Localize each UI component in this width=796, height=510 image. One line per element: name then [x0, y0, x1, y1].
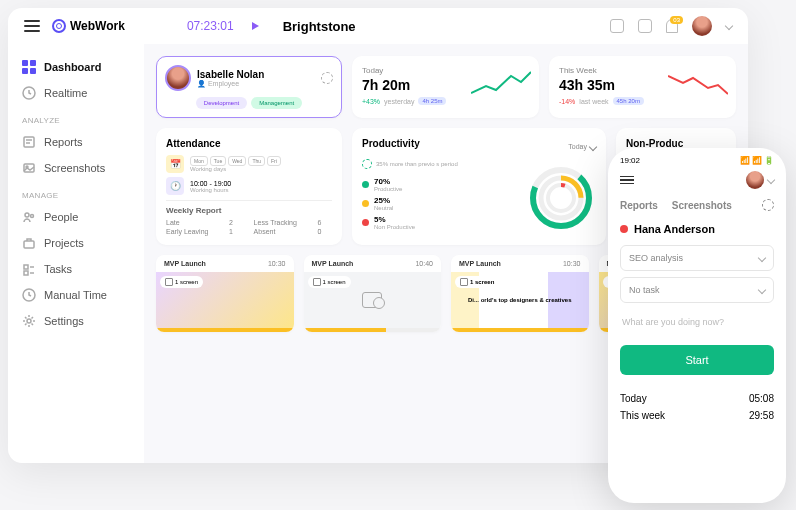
svg-rect-5 [24, 137, 34, 147]
weekly-grid: Late2Less Tracking6 Early Leaving1Absent… [166, 219, 332, 235]
card-title: Attendance [166, 138, 332, 149]
notification-badge: 03 [670, 16, 683, 24]
sidebar-label: Projects [44, 237, 84, 249]
clock-icon [22, 288, 36, 302]
timer: 07:23:01 [187, 19, 234, 33]
play-icon[interactable] [252, 22, 259, 30]
compare-label: last week [579, 98, 608, 105]
sidebar-label: Screenshots [44, 162, 105, 174]
section-analyze: ANALYZE [22, 116, 144, 125]
calendar-icon: 📅 [166, 155, 184, 173]
compare-value: 45h 20m [613, 97, 644, 105]
svg-rect-1 [30, 60, 36, 66]
project-select[interactable]: SEO analysis [620, 245, 774, 271]
user-avatar [165, 65, 191, 91]
check-icon [362, 159, 372, 169]
period-selector[interactable]: Today [568, 143, 596, 150]
sidebar-item-projects[interactable]: Projects [22, 230, 144, 256]
sidebar-item-dashboard[interactable]: Dashboard [22, 54, 144, 80]
sidebar-label: Manual Time [44, 289, 107, 301]
svg-rect-11 [24, 265, 28, 269]
chat-icon[interactable] [610, 19, 624, 33]
avatar[interactable] [692, 16, 712, 36]
screenshot-card[interactable]: MVP Launch10:40 1 screen [304, 255, 442, 332]
sparkline-icon [668, 68, 728, 98]
svg-point-9 [31, 215, 34, 218]
logo[interactable]: WebWork [52, 19, 125, 33]
gear-icon[interactable] [762, 199, 774, 211]
delta: -14% [559, 98, 575, 105]
attendance-card: Attendance 📅 Mon Tue Wed Thu Fri Workin [156, 128, 342, 245]
compare-value: 4h 25m [418, 97, 446, 105]
tab-screenshots[interactable]: Screenshots [672, 200, 732, 211]
user-role: 👤 Employee [197, 80, 264, 88]
dashboard-icon [22, 60, 36, 74]
sidebar-item-realtime[interactable]: Realtime [22, 80, 144, 106]
tasks-icon [22, 262, 36, 276]
stat-today: Today05:08 [620, 393, 774, 404]
activity-input[interactable]: What are you doing now? [620, 309, 774, 335]
logo-icon [52, 19, 66, 33]
people-icon [22, 210, 36, 224]
tag-development: Development [196, 97, 247, 109]
compare-label: yesterday [384, 98, 414, 105]
svg-rect-2 [22, 68, 28, 74]
svg-point-14 [27, 319, 31, 323]
svg-rect-0 [22, 60, 28, 66]
chevron-down-icon[interactable] [725, 22, 733, 30]
sidebar-item-reports[interactable]: Reports [22, 129, 144, 155]
gear-icon[interactable] [321, 72, 333, 84]
sidebar-label: Tasks [44, 263, 72, 275]
gear-icon [22, 314, 36, 328]
video-icon[interactable] [638, 19, 652, 33]
mobile-user: Hana Anderson [620, 223, 774, 235]
reports-icon [22, 135, 36, 149]
svg-rect-12 [24, 271, 28, 275]
clock-icon [22, 86, 36, 100]
tag-management: Management [251, 97, 302, 109]
svg-rect-10 [24, 241, 34, 248]
sidebar-item-people[interactable]: People [22, 204, 144, 230]
sidebar-item-tasks[interactable]: Tasks [22, 256, 144, 282]
briefcase-icon [22, 236, 36, 250]
sidebar-label: Dashboard [44, 61, 101, 73]
stat-week: This week29:58 [620, 410, 774, 421]
screenshot-card[interactable]: MVP Launch10:30 1 screenDi... orld's top… [451, 255, 589, 332]
bell-icon[interactable]: 03 [666, 19, 678, 33]
logo-text: WebWork [70, 19, 125, 33]
user-name: Isabelle Nolan [197, 69, 264, 80]
sidebar-item-screenshots[interactable]: Screenshots [22, 155, 144, 181]
delta: +43% [362, 98, 380, 105]
clock-icon: 🕐 [166, 177, 184, 195]
image-icon [22, 161, 36, 175]
sidebar-label: Realtime [44, 87, 87, 99]
section-manage: Manage [22, 191, 144, 200]
mobile-overlay: 19:02 📶 📶 🔋 Reports Screenshots Hana And… [608, 148, 786, 503]
task-select[interactable]: No task [620, 277, 774, 303]
today-card: Today 7h 20m +43% yesterday 4h 25m [352, 56, 539, 118]
sidebar-item-settings[interactable]: Settings [22, 308, 144, 334]
svg-rect-3 [30, 68, 36, 74]
image-placeholder-icon [362, 292, 382, 308]
menu-icon[interactable] [620, 176, 634, 185]
avatar[interactable] [746, 171, 764, 189]
menu-icon[interactable] [24, 20, 40, 32]
project-name[interactable]: Brightstone [283, 19, 356, 34]
sidebar-item-manual-time[interactable]: Manual Time [22, 282, 144, 308]
status-icons: 📶 📶 🔋 [740, 156, 774, 165]
screenshot-card[interactable]: MVP Launch10:30 1 screen [156, 255, 294, 332]
sparkline-icon [471, 68, 531, 98]
tab-reports[interactable]: Reports [620, 200, 658, 211]
user-card: Isabelle Nolan 👤 Employee Development Ma… [156, 56, 342, 118]
svg-point-19 [548, 185, 574, 211]
donut-chart-icon [526, 163, 596, 233]
week-card: This Week 43h 35m -14% last week 45h 20m [549, 56, 736, 118]
start-button[interactable]: Start [620, 345, 774, 375]
svg-point-8 [25, 213, 29, 217]
sidebar-label: Settings [44, 315, 84, 327]
productivity-card: Productivity Today 35% more than previo … [352, 128, 606, 245]
sidebar-label: Reports [44, 136, 83, 148]
sidebar-label: People [44, 211, 78, 223]
chevron-down-icon[interactable] [767, 176, 775, 184]
mobile-time: 19:02 [620, 156, 640, 165]
